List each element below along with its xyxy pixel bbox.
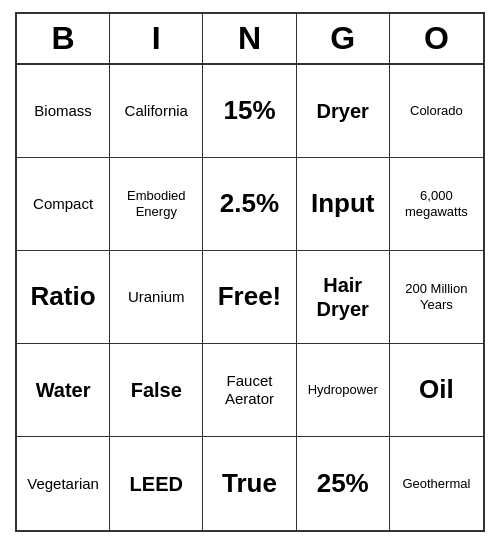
bingo-cell-0: Biomass	[17, 65, 110, 158]
bingo-card: BINGO BiomassCalifornia15%DryerColoradoC…	[15, 12, 485, 532]
header-letter-i: I	[110, 14, 203, 63]
bingo-cell-17: Faucet Aerator	[203, 344, 296, 437]
bingo-cell-22: True	[203, 437, 296, 530]
bingo-cell-15: Water	[17, 344, 110, 437]
bingo-cell-6: Embodied Energy	[110, 158, 203, 251]
bingo-cell-7: 2.5%	[203, 158, 296, 251]
header-letter-b: B	[17, 14, 110, 63]
bingo-cell-4: Colorado	[390, 65, 483, 158]
bingo-cell-12: Free!	[203, 251, 296, 344]
bingo-cell-1: California	[110, 65, 203, 158]
bingo-cell-11: Uranium	[110, 251, 203, 344]
bingo-cell-21: LEED	[110, 437, 203, 530]
header-letter-n: N	[203, 14, 296, 63]
bingo-cell-20: Vegetarian	[17, 437, 110, 530]
bingo-cell-18: Hydropower	[297, 344, 390, 437]
bingo-cell-14: 200 Million Years	[390, 251, 483, 344]
bingo-cell-2: 15%	[203, 65, 296, 158]
bingo-cell-24: Geothermal	[390, 437, 483, 530]
bingo-cell-3: Dryer	[297, 65, 390, 158]
bingo-cell-13: Hair Dryer	[297, 251, 390, 344]
bingo-cell-23: 25%	[297, 437, 390, 530]
bingo-grid: BiomassCalifornia15%DryerColoradoCompact…	[17, 65, 483, 530]
header-letter-g: G	[297, 14, 390, 63]
bingo-cell-5: Compact	[17, 158, 110, 251]
bingo-header: BINGO	[17, 14, 483, 65]
bingo-cell-19: Oil	[390, 344, 483, 437]
bingo-cell-9: 6,000 megawatts	[390, 158, 483, 251]
bingo-cell-10: Ratio	[17, 251, 110, 344]
bingo-cell-8: Input	[297, 158, 390, 251]
bingo-cell-16: False	[110, 344, 203, 437]
header-letter-o: O	[390, 14, 483, 63]
